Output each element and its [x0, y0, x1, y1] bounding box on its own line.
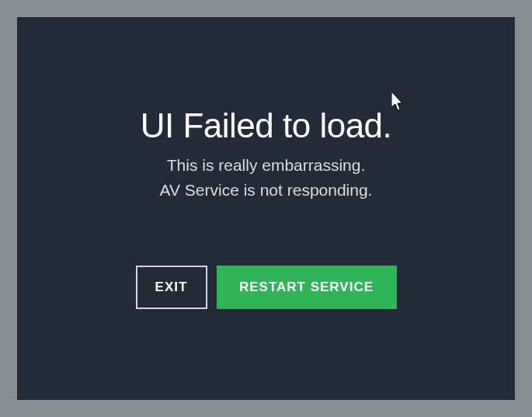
error-subtitle-2: AV Service is not responding. — [160, 178, 373, 203]
error-title: UI Failed to load. — [141, 106, 392, 145]
button-row: EXIT RESTART SERVICE — [136, 266, 397, 309]
restart-service-button[interactable]: RESTART SERVICE — [217, 266, 397, 309]
error-subtitle-1: This is really embarrassing. — [167, 153, 366, 178]
exit-button[interactable]: EXIT — [136, 266, 207, 309]
error-panel: UI Failed to load. This is really embarr… — [17, 17, 515, 400]
